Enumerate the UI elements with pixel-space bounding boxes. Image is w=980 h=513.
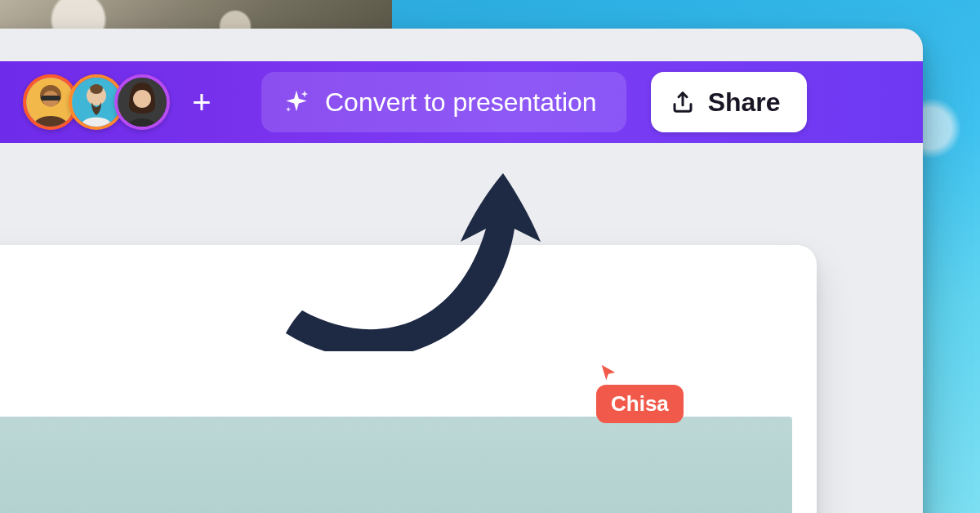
live-cursor: Chisa [596, 364, 684, 423]
plus-icon: + [192, 84, 211, 121]
editor-topbar: + Convert to presentation Share [0, 61, 923, 143]
add-collaborator-button[interactable]: + [178, 78, 225, 126]
person-icon [118, 78, 167, 127]
share-button-label: Share [708, 87, 781, 118]
collaborator-avatar[interactable] [114, 74, 170, 130]
svg-point-7 [133, 90, 151, 108]
person-icon [26, 78, 75, 127]
cursor-pointer-icon [599, 364, 617, 381]
convert-button-label: Convert to presentation [325, 87, 597, 118]
collaborator-avatars: + [23, 74, 225, 130]
canvas-image [0, 417, 792, 513]
svg-rect-3 [41, 96, 60, 100]
screenshot-stage: + Convert to presentation Share [0, 0, 980, 513]
sparkle-icon [283, 88, 310, 116]
share-button[interactable]: Share [651, 72, 807, 132]
person-icon [72, 78, 121, 127]
annotation-arrow-icon [278, 139, 621, 351]
upload-icon [670, 90, 695, 114]
live-cursor-label: Chisa [596, 385, 684, 423]
convert-to-presentation-button[interactable]: Convert to presentation [261, 72, 626, 132]
